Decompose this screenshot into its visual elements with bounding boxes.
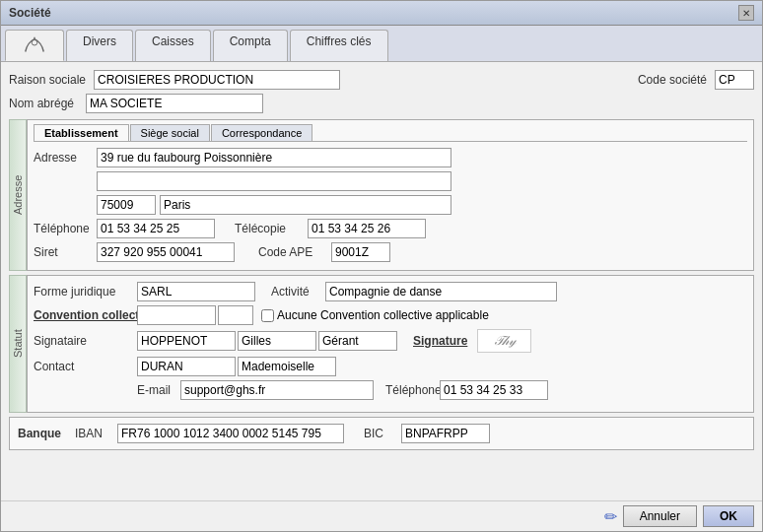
adresse-line1-input[interactable] (97, 148, 451, 167)
signataire-label: Signataire (34, 334, 137, 348)
telecopie-label: Télécopie (235, 222, 304, 235)
banque-label: Banque (18, 427, 67, 440)
signature-box: 𝒯𝒽𝓎 (477, 329, 531, 353)
ok-button[interactable]: OK (703, 505, 754, 527)
tab-home[interactable] (5, 30, 64, 61)
forme-juridique-row: Forme juridique Activité (34, 282, 747, 301)
telecopie-input[interactable] (308, 219, 426, 238)
email-label: E-mail (137, 383, 176, 397)
tab-caisses[interactable]: Caisses (135, 30, 211, 61)
content-area: Raison sociale Code société Nom abrégé A… (1, 62, 762, 500)
signataire-titre-input[interactable] (318, 331, 397, 351)
pen-icon[interactable]: ✏ (604, 507, 617, 526)
aucune-cc-checkbox[interactable] (261, 309, 274, 322)
annuler-button[interactable]: Annuler (623, 505, 697, 527)
postal-input[interactable] (97, 195, 156, 215)
nom-abrege-input[interactable] (86, 94, 263, 113)
adresse-line1-row: Adresse (34, 148, 747, 167)
contact-titre-input[interactable] (238, 357, 336, 376)
email-input[interactable] (180, 380, 374, 400)
adresse-line2-row (97, 171, 747, 191)
activite-label: Activité (271, 285, 325, 299)
tab-etablissement[interactable]: Etablissement (34, 124, 129, 141)
siret-input[interactable] (97, 242, 235, 262)
tab-correspondance[interactable]: Correspondance (211, 124, 312, 141)
signature-label: Signature (413, 334, 477, 348)
adresse-line2-input[interactable] (97, 171, 451, 191)
main-window: Société ✕ Divers Caisses Compta Chiffres… (0, 0, 763, 532)
aucune-cc-checkbox-row: Aucune Convention collective applicable (261, 308, 489, 322)
tab-siege-social[interactable]: Siège social (130, 124, 210, 141)
bic-label: BIC (364, 427, 393, 440)
iban-input[interactable] (117, 424, 344, 443)
tab-compta[interactable]: Compta (213, 30, 288, 61)
adresse-postal-row (97, 195, 747, 215)
address-content: Etablissement Siège social Correspondanc… (27, 119, 754, 271)
address-inner-tabs: Etablissement Siège social Correspondanc… (34, 124, 747, 142)
address-section: Adresse Etablissement Siège social Corre… (9, 119, 754, 271)
window-title: Société (9, 6, 51, 20)
telephone-label: Téléphone (34, 222, 93, 235)
bic-input[interactable] (401, 424, 490, 443)
bottom-bar: ✏ Annuler OK (1, 500, 762, 531)
close-button[interactable]: ✕ (738, 5, 754, 21)
code-ape-label: Code APE (258, 245, 327, 259)
code-ape-input[interactable] (331, 242, 390, 262)
nom-abrege-label: Nom abrégé (9, 97, 74, 110)
forme-juridique-input[interactable] (137, 282, 255, 301)
nom-abrege-row: Nom abrégé (9, 94, 754, 113)
statut-telephone-label: Téléphone (385, 383, 440, 397)
convention-input1[interactable] (137, 305, 216, 325)
email-tel-row: E-mail Téléphone (65, 380, 747, 400)
title-bar: Société ✕ (1, 1, 762, 26)
statut-section: Statut Forme juridique Activité Conventi… (9, 275, 754, 413)
convention-row: Convention collective Aucune Convention … (34, 305, 747, 325)
siret-ape-row: Siret Code APE (34, 242, 747, 262)
contact-row: Contact (34, 357, 747, 376)
signataire-nom-input[interactable] (137, 331, 236, 351)
siret-label: Siret (34, 245, 93, 259)
raison-sociale-input[interactable] (94, 70, 340, 90)
city-input[interactable] (160, 195, 451, 215)
contact-label: Contact (34, 360, 137, 373)
svg-point-0 (32, 39, 37, 45)
statut-section-label: Statut (9, 275, 27, 413)
main-tabs: Divers Caisses Compta Chiffres clés (1, 26, 762, 62)
tab-divers[interactable]: Divers (66, 30, 133, 61)
convention-collective-label: Convention collective (34, 308, 137, 322)
contact-nom-input[interactable] (137, 357, 236, 376)
home-icon (22, 34, 47, 56)
address-section-label: Adresse (9, 119, 27, 271)
code-societe-label: Code société (638, 73, 707, 87)
tel-fax-row: Téléphone Télécopie (34, 219, 747, 238)
banque-section: Banque IBAN BIC (9, 417, 754, 450)
aucune-cc-label: Aucune Convention collective applicable (277, 308, 489, 322)
code-societe-input[interactable] (715, 70, 754, 90)
forme-juridique-label: Forme juridique (34, 285, 137, 299)
tab-chiffres[interactable]: Chiffres clés (290, 30, 388, 61)
convention-input2[interactable] (218, 305, 253, 325)
signataire-prenom-input[interactable] (238, 331, 316, 351)
statut-telephone-input[interactable] (440, 380, 548, 400)
iban-label: IBAN (75, 427, 109, 440)
raison-row: Raison sociale Code société (9, 70, 754, 90)
telephone-input[interactable] (97, 219, 215, 238)
activite-input[interactable] (325, 282, 557, 301)
raison-sociale-label: Raison sociale (9, 73, 86, 87)
signataire-row: Signataire Signature 𝒯𝒽𝓎 (34, 329, 747, 353)
adresse-label: Adresse (34, 151, 93, 165)
statut-content: Forme juridique Activité Convention coll… (27, 275, 754, 413)
